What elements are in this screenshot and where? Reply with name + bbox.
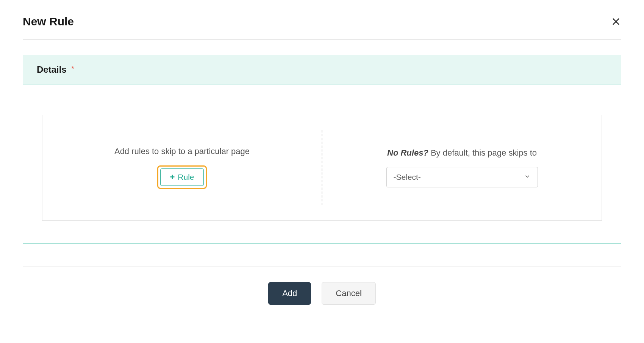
add-rules-instruction: Add rules to skip to a particular page bbox=[114, 147, 250, 156]
plus-icon: + bbox=[170, 173, 175, 181]
required-asterisk: * bbox=[71, 64, 74, 73]
no-rules-suffix: By default, this page skips to bbox=[428, 148, 537, 157]
skip-select-wrapper: -Select- bbox=[386, 167, 538, 187]
rule-button-highlight: + Rule bbox=[157, 165, 206, 189]
select-value: -Select- bbox=[394, 173, 421, 182]
rule-button-label: Rule bbox=[178, 173, 194, 182]
add-rule-button[interactable]: + Rule bbox=[160, 168, 203, 186]
chevron-down-icon bbox=[524, 173, 531, 182]
no-rules-prefix: No Rules? bbox=[387, 148, 428, 157]
close-icon[interactable] bbox=[611, 16, 621, 27]
details-body: Add rules to skip to a particular page +… bbox=[23, 84, 621, 243]
rules-inner-box: Add rules to skip to a particular page +… bbox=[42, 115, 602, 221]
modal-footer: Add Cancel bbox=[23, 267, 621, 305]
new-rule-modal: New Rule Details * Add rules to skip to … bbox=[4, 0, 640, 343]
details-section: Details * Add rules to skip to a particu… bbox=[23, 55, 621, 244]
default-skip-text: No Rules? By default, this page skips to bbox=[387, 148, 537, 158]
details-header: Details * bbox=[23, 55, 621, 84]
add-button[interactable]: Add bbox=[268, 282, 311, 305]
modal-title: New Rule bbox=[23, 15, 74, 28]
default-skip-panel: No Rules? By default, this page skips to… bbox=[322, 115, 602, 220]
modal-header: New Rule bbox=[23, 15, 621, 40]
skip-page-select[interactable]: -Select- bbox=[386, 167, 538, 187]
add-rules-panel: Add rules to skip to a particular page +… bbox=[42, 115, 322, 220]
cancel-button[interactable]: Cancel bbox=[322, 282, 375, 305]
details-title: Details bbox=[37, 64, 67, 75]
